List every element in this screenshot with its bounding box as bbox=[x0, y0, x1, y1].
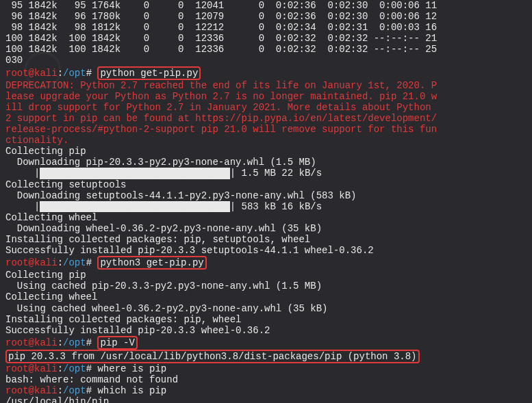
output-line: Collecting setuptools bbox=[5, 179, 527, 190]
prompt-path: /opt bbox=[63, 385, 86, 396]
command-highlight: python3 get-pip.py bbox=[97, 256, 206, 270]
curl-progress-row: 100 1842k 100 1842k 0 0 12336 0 0:02:32 … bbox=[5, 44, 527, 55]
output-line: Successfully installed pip-20.3.3 setupt… bbox=[5, 245, 527, 256]
prompt-line[interactable]: root@kali:/opt# python3 get-pip.py bbox=[5, 256, 527, 270]
output-line: Collecting pip bbox=[5, 146, 527, 157]
prompt-path: /opt bbox=[63, 257, 86, 268]
deprecation-warning: lease upgrade your Python as Python 2.7 … bbox=[5, 91, 527, 102]
curl-progress-row: 95 1842k 95 1764k 0 0 12041 0 0:02:36 0:… bbox=[5, 0, 527, 11]
output-line: Collecting wheel bbox=[5, 212, 527, 223]
output-line: Collecting pip bbox=[5, 270, 527, 281]
prompt-line[interactable]: root@kali:/opt# pip -V bbox=[5, 336, 527, 350]
prompt-line[interactable]: root@kali:/opt# where is pip bbox=[5, 363, 527, 374]
progress-line: |█████████████████████████████████| 583 … bbox=[5, 201, 527, 212]
prompt-path: /opt bbox=[63, 337, 86, 348]
curl-progress-row: 100 1842k 100 1842k 0 0 12336 0 0:02:32 … bbox=[5, 33, 527, 44]
prompt-hostname: root@kali bbox=[5, 363, 58, 374]
prompt-hostname: root@kali bbox=[5, 257, 58, 268]
curl-progress-row: 030 bbox=[5, 55, 527, 66]
output-line: Installing collected packages: pip, whee… bbox=[5, 314, 527, 325]
prompt-path: /opt bbox=[63, 363, 86, 374]
curl-progress-row: 96 1842k 96 1780k 0 0 12079 0 0:02:36 0:… bbox=[5, 11, 527, 22]
pip-version-output: pip 20.3.3 from /usr/local/lib/python3.8… bbox=[5, 350, 527, 363]
command-highlight: python get-pip.py bbox=[97, 66, 201, 80]
output-line: Downloading pip-20.3.3-py2.py3-none-any.… bbox=[5, 157, 527, 168]
command-text: where is pip bbox=[97, 363, 166, 374]
output-line: Collecting wheel bbox=[5, 291, 527, 302]
output-line: Installing collected packages: pip, setu… bbox=[5, 234, 527, 245]
deprecation-warning: release-process/#python-2-support pip 21… bbox=[5, 124, 527, 135]
prompt-path: /opt bbox=[63, 68, 86, 79]
progress-line: |█████████████████████████████████| 1.5 … bbox=[5, 168, 527, 179]
curl-progress-row: 98 1842k 98 1812k 0 0 12212 0 0:02:34 0:… bbox=[5, 22, 527, 33]
deprecation-warning: ill drop support for Python 2.7 in Janua… bbox=[5, 102, 527, 113]
deprecation-warning: DEPRECATION: Python 2.7 reached the end … bbox=[5, 80, 527, 91]
prompt-line[interactable]: root@kali:/opt# which is pip bbox=[5, 385, 527, 396]
prompt-hostname: root@kali bbox=[5, 385, 58, 396]
terminal-output: 95 1842k 95 1764k 0 0 12041 0 0:02:36 0:… bbox=[5, 0, 527, 403]
output-line: Downloading wheel-0.36.2-py2.py3-none-an… bbox=[5, 223, 527, 234]
deprecation-warning: 2 support in pip can be found at https:/… bbox=[5, 113, 527, 124]
command-highlight: pip -V bbox=[97, 336, 137, 350]
output-line: /usr/local/bin/pip bbox=[5, 396, 527, 403]
output-line: Downloading setuptools-44.1.1-py2.py3-no… bbox=[5, 190, 527, 201]
output-line: Using cached pip-20.3.3-py2.py3-none-any… bbox=[5, 281, 527, 291]
output-line: Using cached wheel-0.36.2-py2.py3-none-a… bbox=[5, 303, 527, 314]
error-line: bash: where: command not found bbox=[5, 374, 527, 385]
output-line: Successfully installed pip-20.3.3 wheel-… bbox=[5, 325, 527, 336]
prompt-hostname: root@kali bbox=[5, 337, 58, 348]
command-text: which is pip bbox=[97, 385, 166, 396]
deprecation-warning: ctionality. bbox=[5, 135, 527, 146]
prompt-hostname: root@kali bbox=[5, 68, 58, 79]
prompt-line[interactable]: root@kali:/opt# python get-pip.py bbox=[5, 66, 527, 80]
